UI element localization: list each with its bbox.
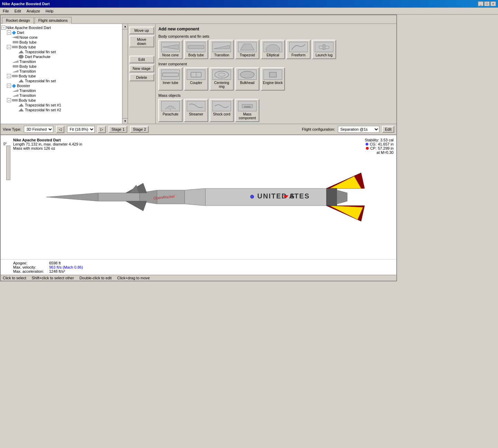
svg-rect-1 (13, 41, 18, 43)
tree-node-body2[interactable]: − Body tube (1, 45, 127, 49)
comp-body-tube[interactable]: Body tube (184, 40, 208, 59)
tree-node-body5[interactable]: − Body tube (1, 98, 127, 103)
add-component-title: Add new component (158, 27, 394, 31)
svg-rect-8 (12, 75, 18, 77)
tree-node-trans4[interactable]: Transition (1, 93, 127, 98)
svg-marker-39 (185, 188, 205, 206)
tree-node-chute[interactable]: Dart Parachute (1, 54, 127, 59)
stability-panel: Stability: 3.53 cal CG: 41.657 in CP: 57… (365, 138, 394, 155)
move-up-button[interactable]: Move up (129, 27, 154, 34)
comp-launch-lug[interactable]: Launch lug (312, 40, 336, 59)
menu-analyze[interactable]: Analyze (25, 9, 42, 13)
expand-dart[interactable]: − (7, 30, 11, 35)
svg-marker-32 (46, 193, 98, 201)
comp-coupler[interactable]: Coupler (184, 67, 208, 91)
main-window: Rocket design Flight simulations − Nike … (0, 15, 397, 281)
expand-body2[interactable]: − (7, 45, 11, 49)
comp-mass-component[interactable]: mass Mass component (235, 99, 259, 122)
comp-nose-cone[interactable]: Nose cone (158, 40, 183, 59)
tree-label-chute: Dart Parachute (25, 55, 50, 59)
flight-config-select[interactable]: Separation @1s (338, 126, 379, 133)
expand-booster[interactable]: − (7, 84, 11, 88)
comp-trapezoid[interactable]: Trapezoid (235, 40, 259, 59)
cp-dot (366, 147, 369, 150)
tree-node-booster[interactable]: − 🔷 Booster (1, 83, 127, 88)
comp-parachute[interactable]: Parachute (158, 99, 183, 122)
tree-node-trans1[interactable]: Transition (1, 59, 127, 64)
tab-flight-simulations[interactable]: Flight simulations (35, 17, 72, 24)
body-tube-icon (187, 42, 205, 52)
status-dblclick: Double-click to edit (80, 276, 112, 280)
tree-node-fin4[interactable]: Trapezoidal fin set #2 (1, 108, 127, 112)
trans2-icon (12, 69, 19, 73)
tab-rocket-design[interactable]: Rocket design (2, 17, 34, 24)
tree-scroll[interactable]: − Nike Apache Boosted Dart − 🔷 Dart (1, 24, 128, 124)
tree-label-trans4: Transition (19, 93, 36, 97)
view-btn-right[interactable]: ▷ (98, 126, 106, 133)
expand-root[interactable]: − (1, 26, 6, 30)
maximize-button[interactable]: □ (484, 1, 490, 6)
tree-root-label: Nike Apache Boosted Dart (6, 26, 51, 30)
comp-engine-block[interactable]: Engine block (261, 67, 285, 91)
view-btn-left[interactable]: ◁ (56, 126, 64, 133)
stats-row-velocity: Max. velocity: 963 ft/s (Mach 0.86) (13, 265, 384, 269)
tree-root[interactable]: − Nike Apache Boosted Dart (1, 25, 127, 30)
delete-button[interactable]: Delete (129, 74, 154, 81)
tree-node-trans3[interactable]: Transition (1, 88, 127, 93)
expand-body4[interactable]: − (7, 74, 11, 78)
menu-file[interactable]: File (1, 9, 10, 13)
comp-shock-cord[interactable]: Shock cord (210, 99, 234, 122)
tree-node-fin2[interactable]: Trapezoidal fin set (1, 78, 127, 83)
view-type-select[interactable]: 3D Finished (24, 126, 53, 133)
minimize-button[interactable]: _ (478, 1, 483, 6)
stage2-button[interactable]: Stage 2 (130, 126, 149, 133)
expand-body5[interactable]: − (7, 98, 11, 102)
drag-handle[interactable] (6, 146, 10, 180)
comp-freeform[interactable]: Freeform (286, 40, 311, 59)
tree-node-body3[interactable]: Body tube (1, 64, 127, 69)
rocket-info: Nike Apache Boosted Dart Length 71.132 i… (13, 138, 82, 150)
tree-label-trans3: Transition (19, 88, 36, 93)
comp-centering-ring[interactable]: Centering ring (210, 67, 234, 91)
flight-config-edit-button[interactable]: Edit (382, 126, 394, 133)
comp-streamer[interactable]: Streamer (184, 99, 208, 122)
svg-rect-33 (98, 193, 140, 201)
svg-point-26 (218, 73, 225, 76)
menu-edit[interactable]: Edit (13, 9, 22, 13)
comp-elliptical[interactable]: Elliptical (261, 40, 285, 59)
tree-node-body1[interactable]: Body tube (1, 40, 127, 45)
tree-node-trans2[interactable]: Transition (1, 69, 127, 74)
transition-icon (212, 42, 231, 52)
menu-help[interactable]: Help (44, 9, 55, 13)
status-drag: Click+drag to move (117, 276, 150, 280)
comp-bulkhead[interactable]: Bulkhead (235, 67, 259, 91)
stage1-button[interactable]: Stage 1 (109, 126, 127, 133)
tube5-icon (12, 98, 18, 102)
scroll-down[interactable]: ▼ (122, 118, 128, 124)
window-controls[interactable]: _ □ × (478, 1, 496, 6)
tree-label-body3: Body tube (19, 64, 37, 68)
comp-transition[interactable]: Transition (210, 40, 234, 59)
move-down-button[interactable]: Move down (129, 36, 154, 47)
dart-icon: 🔷 (12, 31, 16, 35)
tree-node-nose[interactable]: Nose cone (1, 35, 127, 40)
elliptical-icon (264, 42, 282, 52)
tree-node-dart[interactable]: − 🔷 Dart (1, 30, 127, 35)
comp-inner-tube[interactable]: Inner tube (158, 67, 183, 91)
scroll-up[interactable]: ▲ (122, 24, 128, 29)
tree-node-fin1[interactable]: Trapezoidal fin set (1, 49, 127, 54)
fit-select[interactable]: Fit (18.8%) (67, 126, 95, 133)
tree-node-body4[interactable]: − Body tube (1, 74, 127, 78)
svg-marker-15 (163, 45, 178, 49)
tree-node-fin3[interactable]: Trapezoidal fin set #1 (1, 103, 127, 108)
svg-marker-9 (19, 80, 24, 82)
svg-rect-50 (326, 188, 337, 206)
tube1-icon (12, 40, 19, 44)
edit-button[interactable]: Edit (129, 56, 154, 63)
close-button[interactable]: × (490, 1, 496, 6)
status-bar: Click to select Shift+click to select ot… (1, 275, 396, 281)
stats-bar: Apogee: 6598 ft Max. velocity: 963 ft/s … (1, 259, 396, 275)
engine-block-icon (264, 69, 282, 80)
svg-marker-49 (330, 206, 363, 220)
new-stage-button[interactable]: New stage (129, 65, 154, 72)
